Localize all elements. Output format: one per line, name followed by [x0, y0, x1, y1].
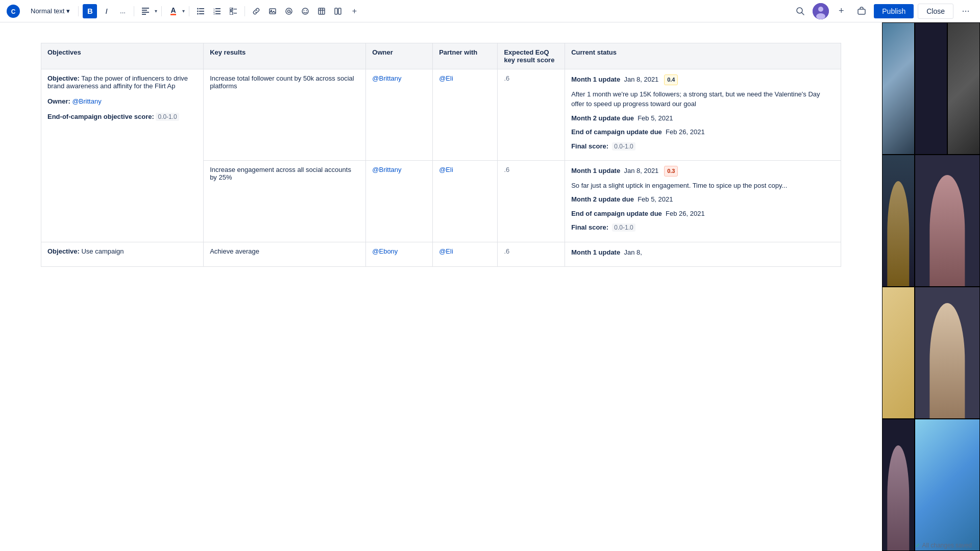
video-tile-3 [947, 22, 980, 155]
search-button[interactable] [792, 3, 808, 19]
align-button[interactable] [138, 4, 153, 18]
svg-point-28 [306, 10, 307, 11]
video-tile-4 [882, 155, 915, 287]
kr-owner-3: @Ebony [366, 242, 433, 267]
emoji-button[interactable] [298, 4, 312, 18]
status-eoc-2: End of campaign update due Feb 26, 2021 [571, 209, 835, 219]
kr-status-2: Month 1 update Jan 8, 2021 0.3 So far ju… [565, 161, 841, 242]
table-row: Objective: Use campaign Achieve average … [41, 242, 841, 267]
kr-owner-1: @Brittany [366, 69, 433, 161]
video-tile-8 [882, 419, 915, 551]
objective-label-2: Objective: [47, 247, 80, 255]
table-button[interactable] [314, 4, 329, 18]
svg-rect-9 [199, 11, 204, 12]
text-style-dropdown[interactable]: Normal text ▾ [27, 5, 74, 17]
owner-label: Owner: [47, 97, 70, 105]
kr-cell-1: Increase total follower count by 50k acr… [204, 69, 366, 161]
user-avatar[interactable] [813, 3, 829, 19]
status-final-2: Final score: 0.0-1.0 [571, 222, 835, 233]
more-options-button[interactable]: ··· [958, 3, 974, 19]
editor-area[interactable]: Objectives Key results Owner Partner wit… [0, 22, 882, 551]
color-chevron: ▾ [182, 8, 185, 14]
layout-button[interactable] [331, 4, 345, 18]
svg-rect-29 [318, 8, 325, 14]
link-button[interactable] [249, 4, 263, 18]
status-month2-1: Month 2 update due Feb 5, 2021 [571, 113, 835, 123]
insert-button[interactable]: + [347, 4, 361, 18]
svg-point-10 [197, 13, 199, 14]
svg-rect-7 [199, 8, 204, 9]
video-tile-7 [915, 287, 980, 419]
task-list-button[interactable] [226, 4, 240, 18]
header-owner: Owner [366, 43, 433, 69]
status-month1-1: Month 1 update Jan 8, 2021 0.4 [571, 74, 835, 85]
close-button[interactable]: Close [918, 4, 953, 19]
share-button[interactable] [853, 3, 870, 19]
kr-partner-1: @Eli [433, 69, 498, 161]
mention-button[interactable] [282, 4, 296, 18]
svg-rect-22 [270, 9, 276, 14]
svg-rect-20 [230, 12, 233, 15]
svg-rect-34 [338, 8, 341, 14]
svg-point-6 [197, 8, 199, 9]
statusbar-text: All changes saved [922, 542, 972, 549]
divider-3 [161, 6, 162, 16]
image-button[interactable] [265, 4, 280, 18]
objective-text-2: Use campaign [81, 247, 124, 255]
status-month1-3: Month 1 update Jan 8, [571, 247, 835, 258]
header-status: Current status [565, 43, 841, 69]
svg-point-38 [818, 7, 823, 12]
more-format-button[interactable]: ... [115, 4, 130, 18]
svg-rect-15 [215, 11, 220, 12]
status-text-2: So far just a slight uptick in engagemen… [571, 181, 835, 191]
objective-cell-1: Objective: Tap the power of influencers … [41, 69, 204, 242]
svg-rect-13 [215, 8, 220, 9]
score-badge-1: 0.4 [664, 74, 678, 85]
svg-rect-17 [215, 13, 220, 14]
main-content: Objectives Key results Owner Partner wit… [0, 22, 980, 551]
svg-rect-4 [142, 12, 149, 13]
app-logo[interactable]: C [6, 4, 20, 18]
objective-cell-2: Objective: Use campaign [41, 242, 204, 267]
okr-table: Objectives Key results Owner Partner wit… [41, 43, 841, 267]
video-tile-5 [915, 155, 980, 287]
check-icon: ✓ [915, 542, 920, 549]
final-score-badge-2: 0.0-1.0 [612, 223, 635, 232]
svg-rect-11 [199, 13, 204, 14]
objective-eoc: End-of-campaign objective score: 0.0-1.0 [47, 113, 197, 120]
numbered-list-button[interactable]: 1.2.3. [210, 4, 224, 18]
status-text-1: After 1 month we're up 15K followers; a … [571, 89, 835, 109]
statusbar: ✓ All changes saved [907, 540, 980, 551]
toolbar-right: + Publish Close ··· [792, 3, 974, 19]
publish-button[interactable]: Publish [874, 4, 914, 18]
owner-value-1: @Brittany [72, 97, 101, 105]
eoc-value: 0.0-1.0 [156, 113, 179, 121]
bullet-list-button[interactable] [193, 4, 208, 18]
final-score-badge-1: 0.0-1.0 [612, 142, 635, 151]
svg-rect-2 [142, 8, 149, 9]
kr-owner-2: @Brittany [366, 161, 433, 242]
kr-cell-3: Achieve average [204, 242, 366, 267]
add-button[interactable]: + [833, 3, 849, 19]
svg-text:3.: 3. [213, 12, 215, 15]
svg-point-8 [197, 10, 199, 12]
eoc-label: End-of-campaign objective score: [47, 113, 154, 120]
status-month1-2: Month 1 update Jan 8, 2021 0.3 [571, 166, 835, 177]
toolbar: C Normal text ▾ B I ... ▾ A ▾ 1.2.3. [0, 0, 980, 22]
svg-rect-21 [234, 13, 237, 14]
svg-rect-19 [234, 9, 237, 10]
header-keyresults: Key results [204, 43, 366, 69]
bold-button[interactable]: B [83, 4, 97, 18]
italic-button[interactable]: I [99, 4, 113, 18]
status-eoc-1: End of campaign update due Feb 26, 2021 [571, 127, 835, 137]
video-tile-2 [915, 22, 947, 155]
kr-status-1: Month 1 update Jan 8, 2021 0.4 After 1 m… [565, 69, 841, 161]
objective-title-1: Objective: Tap the power of influencers … [47, 74, 197, 90]
objective-label: Objective: [47, 74, 80, 82]
kr-score-2: .6 [498, 161, 565, 242]
svg-rect-5 [142, 14, 146, 15]
table-row: Objective: Tap the power of influencers … [41, 69, 841, 161]
header-score: Expected EoQ key result score [498, 43, 565, 69]
text-color-button[interactable]: A [166, 4, 180, 18]
video-panel [882, 22, 980, 551]
